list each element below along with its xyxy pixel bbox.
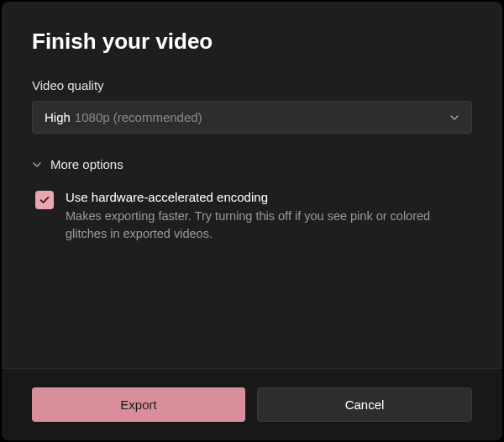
hw-encoding-text: Use hardware-accelerated encoding Makes …	[66, 190, 472, 243]
hw-encoding-title: Use hardware-accelerated encoding	[66, 190, 472, 204]
hw-encoding-option: Use hardware-accelerated encoding Makes …	[32, 190, 472, 243]
export-button[interactable]: Export	[32, 387, 245, 422]
dialog-content: Finish your video Video quality High 108…	[2, 2, 502, 368]
dialog-footer: Export Cancel	[2, 368, 502, 440]
export-dialog: Finish your video Video quality High 108…	[2, 2, 502, 440]
chevron-down-icon	[449, 113, 459, 123]
more-options-label: More options	[50, 157, 123, 171]
chevron-down-icon	[32, 160, 42, 170]
cancel-button[interactable]: Cancel	[257, 387, 472, 422]
more-options-toggle[interactable]: More options	[32, 157, 472, 171]
quality-selected: High 1080p (recommended)	[45, 110, 202, 124]
quality-label: Video quality	[32, 78, 472, 92]
quality-selected-secondary: 1080p (recommended)	[75, 110, 202, 124]
checkmark-icon	[39, 194, 50, 206]
dialog-title: Finish your video	[32, 29, 472, 55]
hw-encoding-checkbox[interactable]	[35, 191, 54, 209]
quality-selected-primary: High	[45, 110, 71, 124]
hw-encoding-description: Makes exporting faster. Try turning this…	[66, 208, 472, 243]
quality-dropdown[interactable]: High 1080p (recommended)	[32, 101, 472, 134]
